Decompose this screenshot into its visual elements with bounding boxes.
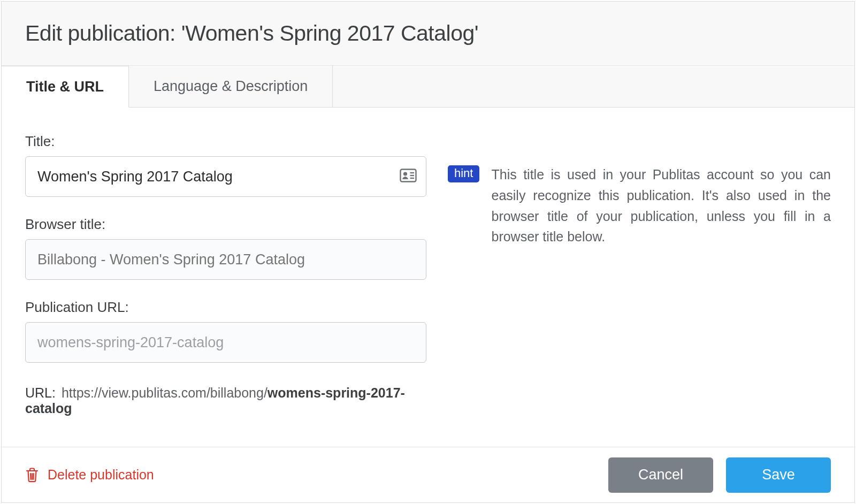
publication-url-input[interactable] bbox=[25, 322, 426, 363]
url-inline-label: URL: bbox=[25, 385, 56, 400]
svg-point-1 bbox=[403, 172, 407, 175]
field-publication-url: Publication URL: bbox=[25, 299, 426, 363]
delete-publication-label: Delete publication bbox=[48, 467, 154, 483]
delete-publication-link[interactable]: Delete publication bbox=[25, 467, 154, 483]
field-browser-title: Browser title: bbox=[25, 216, 426, 280]
tab-label: Language & Description bbox=[154, 78, 308, 95]
title-input-wrapper bbox=[25, 156, 426, 197]
form-column: Title: bbox=[25, 133, 426, 447]
hint-badge: hint bbox=[448, 165, 479, 182]
modal-header: Edit publication: 'Women's Spring 2017 C… bbox=[2, 2, 854, 66]
cancel-button[interactable]: Cancel bbox=[608, 457, 713, 493]
url-prefix: https://view.publitas.com/billabong/ bbox=[62, 385, 268, 400]
title-input[interactable] bbox=[25, 156, 426, 197]
tab-label: Title & URL bbox=[26, 79, 104, 95]
edit-publication-modal: Edit publication: 'Women's Spring 2017 C… bbox=[1, 1, 855, 503]
hint-text: This title is used in your Publitas acco… bbox=[491, 164, 831, 247]
modal-footer: Delete publication Cancel Save bbox=[2, 447, 854, 502]
modal-title: Edit publication: 'Women's Spring 2017 C… bbox=[25, 21, 831, 46]
save-button[interactable]: Save bbox=[726, 457, 831, 493]
svg-line-7 bbox=[34, 474, 34, 479]
footer-buttons: Cancel Save bbox=[608, 457, 831, 493]
hint-column: hint This title is used in your Publitas… bbox=[448, 133, 831, 447]
id-card-icon bbox=[400, 169, 417, 185]
full-url-display: URL: https://view.publitas.com/billabong… bbox=[25, 385, 426, 416]
trash-icon bbox=[25, 467, 39, 483]
tab-language-description[interactable]: Language & Description bbox=[129, 65, 333, 107]
title-label: Title: bbox=[25, 133, 426, 150]
tab-title-url[interactable]: Title & URL bbox=[2, 66, 129, 108]
svg-line-5 bbox=[30, 474, 31, 479]
tabs-row: Title & URL Language & Description bbox=[2, 66, 854, 108]
browser-title-label: Browser title: bbox=[25, 216, 426, 233]
modal-body: Title: bbox=[2, 108, 854, 447]
field-title: Title: bbox=[25, 133, 426, 197]
publication-url-label: Publication URL: bbox=[25, 299, 426, 316]
browser-title-input[interactable] bbox=[25, 239, 426, 280]
